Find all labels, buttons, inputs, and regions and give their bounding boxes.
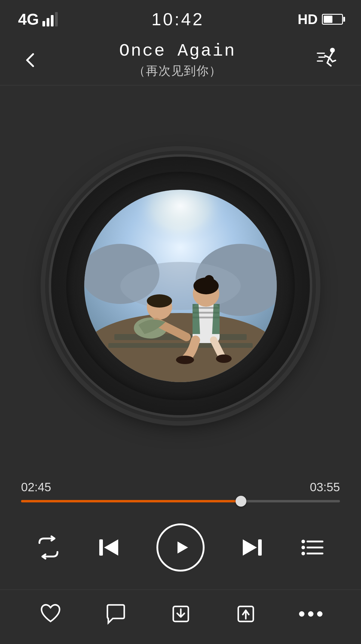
battery-icon — [322, 14, 343, 25]
song-info: Once Again （再次见到你） — [119, 41, 236, 79]
album-art — [84, 190, 277, 382]
svg-point-30 — [216, 354, 232, 363]
current-time: 02:45 — [21, 480, 51, 494]
progress-thumb[interactable] — [236, 496, 246, 507]
svg-marker-35 — [243, 539, 257, 556]
bottom-bar — [0, 590, 361, 644]
signal-icon — [42, 12, 58, 26]
progress-area: 02:45 03:55 — [0, 480, 361, 502]
svg-point-40 — [301, 546, 305, 549]
svg-point-29 — [176, 356, 194, 364]
more-button[interactable] — [299, 611, 322, 617]
header: Once Again （再次见到你） — [0, 35, 361, 85]
controls-row — [0, 511, 361, 584]
svg-line-6 — [332, 60, 335, 62]
dot3 — [317, 611, 322, 617]
svg-rect-34 — [258, 539, 262, 556]
dot2 — [308, 611, 313, 617]
song-subtitle: （再次见到你） — [119, 63, 236, 79]
time-row: 02:45 03:55 — [21, 480, 340, 494]
album-area — [0, 85, 361, 480]
progress-fill — [21, 500, 241, 502]
play-button[interactable] — [156, 523, 205, 572]
svg-point-15 — [120, 190, 241, 283]
svg-rect-31 — [99, 539, 103, 556]
status-bar: 4G 10:42 HD — [0, 0, 361, 35]
comment-button[interactable] — [104, 602, 128, 626]
progress-track[interactable] — [21, 500, 340, 502]
quality-label: HD — [298, 11, 318, 27]
total-time: 03:55 — [310, 480, 340, 494]
like-button[interactable] — [39, 602, 63, 626]
svg-line-4 — [327, 63, 331, 66]
next-button[interactable] — [238, 534, 265, 561]
repeat-button[interactable] — [35, 534, 62, 561]
svg-point-41 — [301, 552, 305, 555]
svg-point-21 — [147, 294, 172, 308]
svg-marker-32 — [104, 539, 118, 556]
clock: 10:42 — [151, 9, 204, 29]
share-button[interactable] — [234, 602, 258, 626]
vinyl-disc — [51, 157, 310, 415]
download-button[interactable] — [169, 602, 193, 626]
dot1 — [299, 611, 304, 617]
svg-point-28 — [204, 275, 214, 285]
svg-marker-33 — [177, 541, 188, 554]
back-button[interactable] — [21, 51, 39, 69]
previous-button[interactable] — [96, 534, 123, 561]
song-title: Once Again — [119, 41, 236, 61]
svg-rect-18 — [108, 343, 253, 348]
network-label: 4G — [18, 10, 39, 28]
run-mode-button[interactable] — [316, 47, 340, 73]
svg-line-1 — [329, 53, 332, 58]
svg-point-39 — [301, 540, 305, 543]
playlist-button[interactable] — [299, 534, 326, 561]
